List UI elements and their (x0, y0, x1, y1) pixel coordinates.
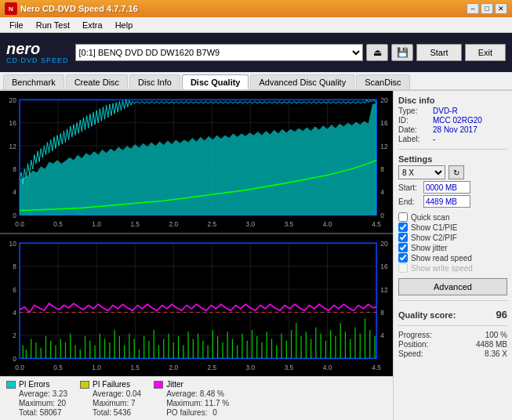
device-eject-button[interactable]: ⏏ (366, 44, 388, 61)
svg-text:12: 12 (9, 142, 16, 150)
disc-id-label: ID: (398, 116, 430, 125)
maximize-button[interactable]: □ (481, 3, 493, 14)
svg-text:6: 6 (13, 285, 16, 293)
show-write-speed-checkbox (398, 263, 408, 273)
show-c2pif-checkbox[interactable] (398, 233, 408, 242)
chart-top: 20 16 12 8 4 0 20 16 12 8 4 0 0.0 (0, 91, 393, 233)
titlebar-controls: – □ ✕ (467, 3, 507, 14)
svg-text:0.5: 0.5 (53, 364, 63, 371)
speed-settings-row: 8 X 1 X 2 X 4 X 12 X 16 X ↻ (398, 165, 507, 179)
device-select[interactable]: [0:1] BENQ DVD DD DW1620 B7W9 (75, 44, 364, 61)
menu-run-test[interactable]: Run Test (30, 19, 76, 31)
svg-text:20: 20 (380, 96, 387, 103)
position-value: 4488 MB (476, 340, 507, 349)
menu-file[interactable]: File (3, 19, 30, 31)
device-save-button[interactable]: 💾 (391, 44, 413, 61)
show-c1pie-checkbox[interactable] (398, 223, 408, 232)
end-mb-label: End: (398, 197, 420, 206)
svg-text:8: 8 (380, 309, 384, 317)
svg-text:3.5: 3.5 (285, 364, 294, 371)
disc-type-row: Type: DVD-R (398, 107, 507, 115)
legend-pi-errors: PI Errors Average: 3.23 Maximum: 20 Tota… (6, 380, 67, 417)
nero-text: nero (6, 41, 40, 56)
menu-extra[interactable]: Extra (76, 19, 109, 31)
svg-text:0: 0 (380, 211, 384, 219)
quick-scan-checkbox[interactable] (398, 212, 408, 222)
svg-text:16: 16 (380, 262, 387, 270)
pi-errors-color-box (6, 381, 16, 389)
advanced-button[interactable]: Advanced (398, 278, 507, 295)
pi-errors-maximum: Maximum: 20 (6, 399, 67, 407)
disc-date-row: Date: 28 Nov 2017 (398, 125, 507, 134)
progress-row: Progress: 100 % (398, 331, 507, 339)
tab-create-disc[interactable]: Create Disc (66, 74, 128, 89)
end-mb-input[interactable] (423, 195, 470, 208)
pi-failures-color-box (80, 381, 89, 389)
disc-label-label: Label: (398, 135, 430, 143)
svg-text:4.5: 4.5 (372, 364, 381, 371)
speed-label: Speed: (398, 349, 423, 358)
tab-disc-quality[interactable]: Disc Quality (182, 74, 249, 89)
svg-text:20: 20 (380, 239, 387, 247)
disc-date-label: Date: (398, 125, 430, 134)
start-mb-input[interactable]: 0000 MB (423, 181, 470, 194)
svg-text:8: 8 (380, 165, 384, 173)
nero-logo: nero CD·DVD SPEED (6, 41, 69, 64)
show-jitter-checkbox[interactable] (398, 243, 408, 252)
svg-text:16: 16 (9, 119, 16, 127)
legend-pi-errors-title: PI Errors (6, 380, 67, 389)
svg-text:2.0: 2.0 (169, 220, 178, 228)
tab-scandisc[interactable]: ScanDisc (356, 74, 409, 89)
minimize-button[interactable]: – (467, 3, 479, 14)
disc-date-value: 28 Nov 2017 (433, 125, 478, 134)
tabs: Benchmark Create Disc Disc Info Disc Qua… (0, 72, 512, 91)
show-read-speed-label: Show read speed (411, 254, 472, 262)
jitter-maximum: Maximum: 11.7 % (154, 399, 229, 407)
tab-advanced-disc-quality[interactable]: Advanced Disc Quality (250, 74, 354, 89)
svg-text:2.5: 2.5 (208, 364, 217, 371)
svg-text:1.5: 1.5 (130, 220, 140, 228)
svg-text:2: 2 (13, 331, 16, 339)
right-panel: Disc info Type: DVD-R ID: MCC 02RG20 Dat… (393, 91, 512, 420)
svg-text:0.5: 0.5 (53, 220, 63, 228)
legend-jitter: Jitter Average: 8.48 % Maximum: 11.7 % P… (154, 380, 229, 417)
disc-label-value: - (433, 135, 435, 143)
pi-errors-total: Total: 58067 (6, 408, 67, 417)
svg-text:20: 20 (9, 96, 16, 103)
jitter-average: Average: 8.48 % (154, 389, 229, 398)
svg-text:16: 16 (380, 119, 387, 127)
tab-benchmark[interactable]: Benchmark (3, 74, 64, 89)
disc-label-row: Label: - (398, 135, 507, 143)
disc-type-value: DVD-R (433, 107, 458, 115)
pi-errors-average: Average: 3.23 (6, 389, 67, 398)
show-c1pie-row: Show C1/PIE (398, 223, 507, 232)
svg-text:4.0: 4.0 (323, 220, 332, 228)
pi-failures-average: Average: 0.04 (80, 389, 141, 398)
show-read-speed-row: Show read speed (398, 253, 507, 262)
show-read-speed-checkbox[interactable] (398, 253, 408, 262)
svg-text:8: 8 (13, 262, 16, 270)
quality-score-value: 96 (496, 309, 507, 320)
end-mb-row: End: (398, 195, 507, 208)
svg-text:0: 0 (13, 354, 16, 362)
menubar: File Run Test Extra Help (0, 17, 512, 33)
svg-text:2.0: 2.0 (169, 364, 178, 371)
svg-text:4: 4 (13, 188, 16, 196)
exit-button[interactable]: Exit (465, 44, 506, 61)
svg-text:0: 0 (13, 211, 16, 219)
charts-wrap: 20 16 12 8 4 0 20 16 12 8 4 0 0.0 (0, 91, 393, 376)
main-content: 20 16 12 8 4 0 20 16 12 8 4 0 0.0 (0, 91, 512, 420)
start-button[interactable]: Start (416, 44, 461, 61)
menu-help[interactable]: Help (109, 19, 140, 31)
svg-text:3.0: 3.0 (246, 364, 256, 371)
tab-disc-info[interactable]: Disc Info (129, 74, 180, 89)
svg-text:0.0: 0.0 (15, 364, 24, 371)
svg-text:8: 8 (13, 165, 16, 173)
show-write-speed-label: Show write speed (411, 264, 473, 273)
svg-text:0.0: 0.0 (15, 220, 24, 228)
start-mb-label: Start: (398, 183, 420, 192)
speed-select[interactable]: 8 X 1 X 2 X 4 X 12 X 16 X (398, 165, 445, 179)
close-button[interactable]: ✕ (495, 3, 507, 14)
quick-scan-row: Quick scan (398, 212, 507, 222)
refresh-button[interactable]: ↻ (448, 165, 464, 179)
